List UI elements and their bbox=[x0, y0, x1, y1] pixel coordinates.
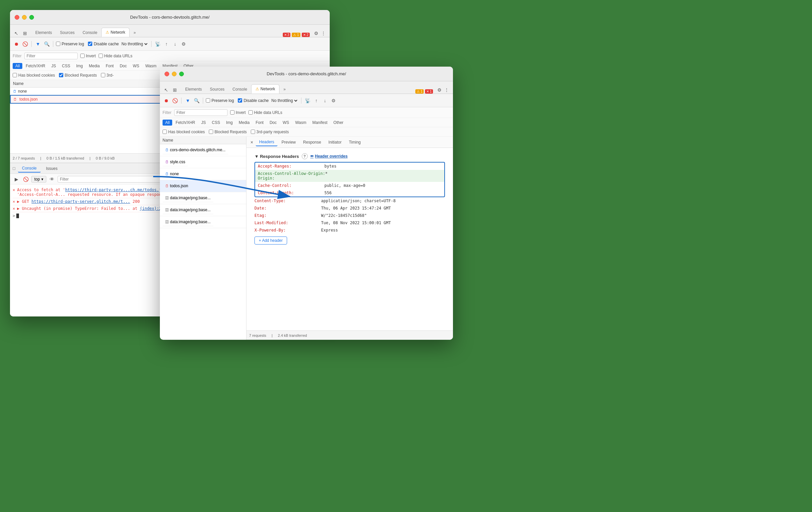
details-tab-timing[interactable]: Timing bbox=[345, 139, 364, 146]
type-btn-fetchxhr-1[interactable]: Fetch/XHR bbox=[23, 63, 48, 69]
type-btn-font-1[interactable]: Font bbox=[103, 63, 116, 69]
eye-icon-1[interactable]: 👁 bbox=[48, 175, 56, 183]
hide-data-urls-checkbox-2[interactable] bbox=[249, 110, 253, 115]
minimize-button-1[interactable] bbox=[22, 15, 27, 20]
tab-network-2[interactable]: ⚠ Network bbox=[251, 84, 280, 94]
blocked-requests-label-2[interactable]: Blocked Requests bbox=[209, 130, 247, 134]
has-blocked-checkbox-1[interactable] bbox=[13, 73, 17, 77]
context-selector-1[interactable]: top ▾ bbox=[31, 176, 46, 182]
close-details-btn[interactable]: × bbox=[249, 139, 255, 146]
header-overrides-link[interactable]: ✏ Header overrides bbox=[311, 154, 348, 159]
record-icon-2[interactable]: ⏺ bbox=[163, 97, 170, 104]
list-item[interactable]: 🗒 cors-demo-devtools.glitch.me... bbox=[160, 144, 246, 156]
type-btn-css-1[interactable]: CSS bbox=[59, 63, 73, 69]
invert-label-2[interactable]: Invert bbox=[230, 110, 246, 115]
throttle-select-2[interactable]: No throttling bbox=[270, 98, 298, 103]
details-tab-preview[interactable]: Preview bbox=[278, 139, 299, 146]
record-icon-1[interactable]: ⏺ bbox=[13, 40, 20, 48]
list-item[interactable]: 🖼 data:image/png;base... bbox=[160, 192, 246, 204]
clear-icon-1[interactable]: 🚫 bbox=[21, 40, 29, 48]
type-btn-doc-1[interactable]: Doc bbox=[117, 63, 129, 69]
filter-icon-2[interactable]: ▼ bbox=[184, 97, 192, 104]
preserve-log-label-2[interactable]: Preserve log bbox=[206, 98, 234, 103]
clear-console-icon-1[interactable]: 🚫 bbox=[22, 175, 29, 183]
type-btn-ws-2[interactable]: WS bbox=[280, 120, 292, 125]
tab-elements-2[interactable]: Elements bbox=[181, 85, 206, 94]
clear-icon-2[interactable]: 🚫 bbox=[171, 97, 178, 104]
type-btn-media-1[interactable]: Media bbox=[86, 63, 103, 69]
upload-icon-1[interactable]: ↑ bbox=[163, 40, 170, 48]
settings-icon-1[interactable]: ⚙ bbox=[312, 30, 320, 37]
details-tab-initiator[interactable]: Initiator bbox=[325, 139, 345, 146]
tab-sources-1[interactable]: Sources bbox=[56, 28, 79, 37]
preserve-log-checkbox-2[interactable] bbox=[206, 98, 210, 103]
filter-input-1[interactable] bbox=[24, 53, 78, 59]
list-item[interactable]: 🗒 style.css bbox=[160, 156, 246, 168]
download-icon-2[interactable]: ↓ bbox=[321, 97, 329, 104]
third-party-checkbox-1[interactable] bbox=[101, 73, 105, 77]
invert-checkbox-1[interactable] bbox=[80, 54, 85, 58]
tab-issues-1[interactable]: Issues bbox=[42, 165, 62, 172]
invert-checkbox-2[interactable] bbox=[230, 110, 234, 115]
disable-cache-label-2[interactable]: Disable cache bbox=[238, 98, 268, 103]
type-btn-js-2[interactable]: JS bbox=[199, 120, 208, 125]
expand-icon-1[interactable]: ▶ bbox=[13, 175, 20, 183]
settings2-icon-1[interactable]: ⚙ bbox=[180, 40, 187, 48]
type-btn-other-2[interactable]: Other bbox=[331, 120, 346, 125]
details-tab-headers[interactable]: Headers bbox=[256, 138, 278, 146]
has-blocked-checkbox-2[interactable] bbox=[163, 130, 167, 134]
list-item[interactable]: 🗒 none bbox=[160, 168, 246, 180]
type-btn-all-2[interactable]: All bbox=[163, 120, 172, 125]
hide-data-urls-checkbox-1[interactable] bbox=[98, 54, 103, 58]
list-item[interactable]: 🖼 data:image/png;base... bbox=[160, 216, 246, 228]
close-button-2[interactable] bbox=[165, 72, 169, 76]
tab-more-2[interactable]: » bbox=[280, 85, 290, 94]
type-btn-wasm-2[interactable]: Wasm bbox=[292, 120, 309, 125]
tab-console-panel-1[interactable]: Console bbox=[18, 165, 40, 173]
list-item[interactable]: 🗒 todos.json bbox=[160, 180, 246, 192]
type-btn-js-1[interactable]: JS bbox=[49, 63, 59, 69]
more-icon-2[interactable]: ⋮ bbox=[443, 86, 450, 94]
tab-network-1[interactable]: ⚠ Network bbox=[101, 28, 129, 37]
type-btn-ws-1[interactable]: WS bbox=[130, 63, 142, 69]
cursor-icon-1[interactable]: ↖ bbox=[13, 30, 20, 37]
filter-input-2[interactable] bbox=[174, 109, 228, 116]
settings2-icon-2[interactable]: ⚙ bbox=[330, 97, 338, 104]
throttle-select-1[interactable]: No throttling bbox=[120, 41, 149, 47]
third-party-checkbox-2[interactable] bbox=[251, 130, 255, 134]
network-icon-2[interactable]: 📡 bbox=[304, 97, 311, 104]
search-icon-1[interactable]: 🔍 bbox=[43, 40, 50, 48]
tab-more-1[interactable]: » bbox=[129, 28, 140, 37]
type-btn-doc-2[interactable]: Doc bbox=[267, 120, 279, 125]
close-button-1[interactable] bbox=[14, 15, 19, 20]
tab-sources-2[interactable]: Sources bbox=[206, 85, 229, 94]
hide-data-urls-label-2[interactable]: Hide data URLs bbox=[249, 110, 283, 115]
disable-cache-checkbox-1[interactable] bbox=[88, 41, 92, 46]
help-icon[interactable]: ? bbox=[302, 153, 308, 159]
layers-icon-2[interactable]: ⊞ bbox=[171, 86, 178, 94]
download-icon-1[interactable]: ↓ bbox=[172, 40, 179, 48]
list-item[interactable]: 🖼 data:image/png;base... bbox=[160, 204, 246, 216]
error-link-3[interactable]: https://third-party-server.glitch.me/t..… bbox=[32, 199, 130, 204]
layers-icon-1[interactable]: ⊞ bbox=[21, 30, 29, 37]
preserve-log-label-1[interactable]: Preserve log bbox=[56, 41, 84, 46]
maximize-button-1[interactable] bbox=[29, 15, 34, 20]
settings-icon-2[interactable]: ⚙ bbox=[436, 86, 443, 94]
type-btn-css-2[interactable]: CSS bbox=[209, 120, 223, 125]
tab-console-1[interactable]: Console bbox=[79, 28, 101, 37]
upload-icon-2[interactable]: ↑ bbox=[313, 97, 320, 104]
type-btn-all-1[interactable]: All bbox=[13, 63, 22, 69]
blocked-requests-checkbox-1[interactable] bbox=[59, 73, 63, 77]
type-btn-fetchxhr-2[interactable]: Fetch/XHR bbox=[173, 120, 198, 125]
add-header-button[interactable]: + Add header bbox=[255, 236, 287, 245]
tab-console-2[interactable]: Console bbox=[229, 85, 251, 94]
network-icon-1[interactable]: 📡 bbox=[154, 40, 162, 48]
maximize-button-2[interactable] bbox=[179, 72, 184, 76]
filter-icon-1[interactable]: ▼ bbox=[34, 40, 41, 48]
minimize-button-2[interactable] bbox=[172, 72, 176, 76]
preserve-log-checkbox-1[interactable] bbox=[56, 41, 60, 46]
disable-cache-label-1[interactable]: Disable cache bbox=[88, 41, 119, 46]
type-btn-img-2[interactable]: Img bbox=[224, 120, 235, 125]
third-party-label-1[interactable]: 3rd- bbox=[101, 73, 114, 78]
blocked-requests-label-1[interactable]: Blocked Requests bbox=[59, 73, 97, 78]
